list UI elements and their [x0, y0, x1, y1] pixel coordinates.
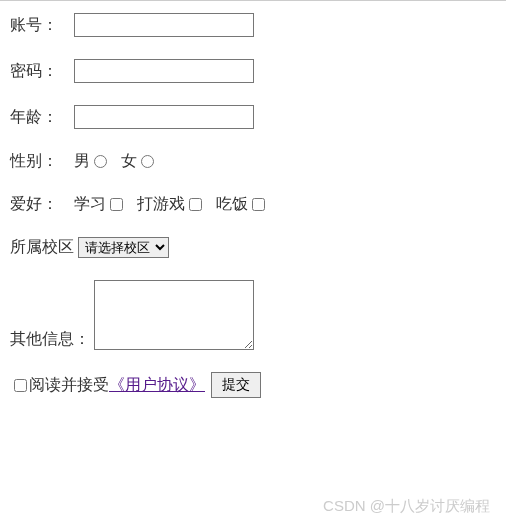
campus-row: 所属校区 请选择校区	[10, 237, 496, 258]
hobby-eat-checkbox[interactable]	[252, 198, 265, 211]
hobby-study-label: 学习	[74, 194, 106, 215]
age-row: 年龄：	[10, 105, 496, 129]
account-input[interactable]	[74, 13, 254, 37]
other-textarea[interactable]	[94, 280, 254, 350]
agreement-link[interactable]: 《用户协议》	[109, 375, 205, 396]
other-label: 其他信息：	[10, 329, 90, 350]
gender-option-female: 女	[121, 151, 156, 172]
watermark: CSDN @十八岁讨厌编程	[323, 497, 490, 516]
gender-male-radio[interactable]	[94, 155, 107, 168]
campus-label: 所属校区	[10, 237, 74, 258]
gender-label: 性别：	[10, 151, 70, 172]
hobby-label: 爱好：	[10, 194, 70, 215]
account-label: 账号：	[10, 15, 70, 36]
other-row: 其他信息：	[10, 280, 496, 350]
hobby-option-study: 学习	[74, 194, 125, 215]
hobby-eat-label: 吃饭	[216, 194, 248, 215]
hobby-game-checkbox[interactable]	[189, 198, 202, 211]
gender-row: 性别： 男 女	[10, 151, 496, 172]
age-input[interactable]	[74, 105, 254, 129]
gender-options: 男 女	[74, 151, 168, 172]
hobby-option-game: 打游戏	[137, 194, 204, 215]
age-label: 年龄：	[10, 107, 70, 128]
hobby-options: 学习 打游戏 吃饭	[74, 194, 279, 215]
campus-select[interactable]: 请选择校区	[78, 237, 169, 258]
gender-female-radio[interactable]	[141, 155, 154, 168]
password-label: 密码：	[10, 61, 70, 82]
hobby-game-label: 打游戏	[137, 194, 185, 215]
hobby-option-eat: 吃饭	[216, 194, 267, 215]
password-row: 密码：	[10, 59, 496, 83]
agreement-text: 阅读并接受	[29, 375, 109, 396]
agreement-checkbox[interactable]	[14, 379, 27, 392]
hobby-row: 爱好： 学习 打游戏 吃饭	[10, 194, 496, 215]
registration-form: 账号： 密码： 年龄： 性别： 男 女 爱好： 学习	[0, 0, 506, 420]
agreement-row: 阅读并接受 《用户协议》 提交	[10, 372, 496, 398]
hobby-study-checkbox[interactable]	[110, 198, 123, 211]
password-input[interactable]	[74, 59, 254, 83]
gender-female-label: 女	[121, 151, 137, 172]
gender-option-male: 男	[74, 151, 109, 172]
submit-button[interactable]: 提交	[211, 372, 261, 398]
account-row: 账号：	[10, 13, 496, 37]
gender-male-label: 男	[74, 151, 90, 172]
